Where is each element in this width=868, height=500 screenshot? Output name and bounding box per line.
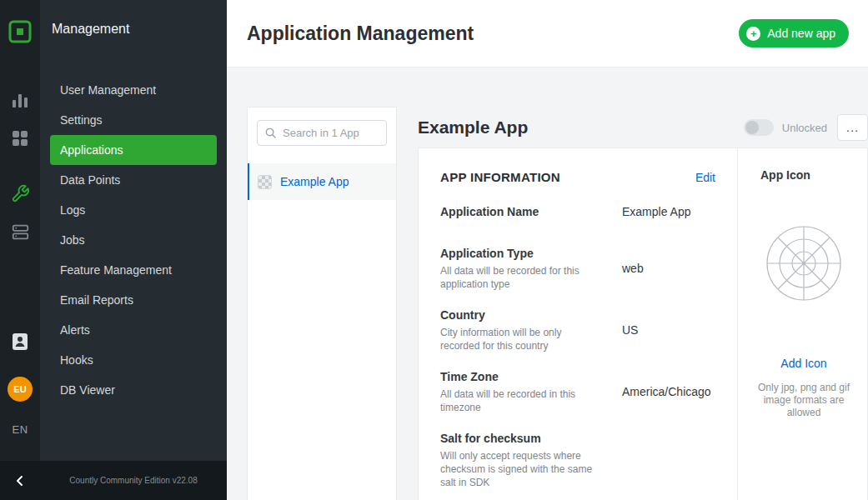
- field-value: web: [622, 262, 644, 275]
- field-value: US: [622, 323, 638, 337]
- app-search: [257, 120, 387, 146]
- chevron-left-icon: [13, 474, 27, 488]
- field-description: City information will be only recorded f…: [440, 326, 599, 352]
- app-list-item[interactable]: Example App: [248, 163, 396, 200]
- app-detail-title: Example App: [418, 118, 528, 138]
- user-avatar[interactable]: EU: [8, 377, 33, 402]
- main-header: Application Management + Add new app: [227, 0, 868, 68]
- field-row-application-type: Application TypeAll data will be recorde…: [440, 246, 715, 291]
- add-new-app-label: Add new app: [767, 27, 835, 40]
- app-list-panel: Example App: [247, 107, 397, 500]
- field-row-country: CountryCity information will be only rec…: [440, 308, 715, 352]
- sidebar-item-settings[interactable]: Settings: [50, 105, 217, 135]
- field-row-time-zone: Time ZoneAll data will be recorded in th…: [440, 369, 715, 414]
- dashboards-nav-icon[interactable]: [0, 130, 40, 147]
- field-description: Will only accept requests where checksum…: [440, 449, 599, 489]
- version-label: Countly Community Edition v22.08: [40, 476, 227, 485]
- icon-format-hint: Only jpg, png and gif image formats are …: [753, 382, 855, 419]
- section-title: APP INFORMATION: [440, 170, 560, 184]
- app-list: Example App: [248, 163, 396, 200]
- globe-wireframe-icon: [765, 225, 842, 302]
- sidebar-item-jobs[interactable]: Jobs: [50, 225, 217, 255]
- grid-icon: [12, 130, 28, 147]
- sidebar-item-logs[interactable]: Logs: [50, 195, 217, 225]
- app-icon-panel: App Icon Add Icon Only jpg, png and gif: [737, 148, 868, 500]
- app-thumbnail-icon: [258, 175, 272, 189]
- lock-state-label: Unlocked: [782, 122, 827, 134]
- field-label: Application Name: [440, 204, 599, 219]
- sidebar-item-feature-management[interactable]: Feature Management: [50, 255, 217, 285]
- plus-icon: +: [746, 27, 760, 41]
- field-row-application-name: Application NameExample App: [440, 204, 715, 219]
- search-icon: [264, 127, 277, 142]
- user-badge-icon: [12, 332, 28, 351]
- sidebar-item-user-management[interactable]: User Management: [50, 75, 217, 105]
- lock-control: Unlocked: [744, 119, 827, 136]
- app-info-card: APP INFORMATION Edit Application NameExa…: [418, 148, 868, 500]
- server-icon: [12, 223, 29, 241]
- countly-logo-icon: [8, 18, 33, 45]
- app-info-fields: Application NameExample AppApplication T…: [440, 204, 715, 489]
- app-info-head: APP INFORMATION Edit: [440, 170, 715, 184]
- field-label: Application Type: [440, 246, 599, 261]
- add-new-app-button[interactable]: + Add new app: [739, 19, 849, 48]
- countly-logo[interactable]: [0, 18, 40, 45]
- app-item-label: Example App: [280, 175, 349, 188]
- sidebar: Management User ManagementSettingsApplic…: [40, 0, 227, 500]
- analytics-nav-icon[interactable]: [0, 92, 40, 110]
- field-value: America/Chicago: [622, 385, 711, 398]
- sidebar-item-email-reports[interactable]: Email Reports: [50, 285, 217, 315]
- sidebar-footer: Countly Community Edition v22.08: [0, 461, 227, 500]
- sidebar-item-data-points[interactable]: Data Points: [50, 165, 217, 195]
- add-icon-link[interactable]: Add Icon: [780, 357, 826, 370]
- lock-toggle-knob: [745, 121, 759, 134]
- field-value: Example App: [622, 205, 691, 218]
- language-selector[interactable]: EN: [0, 423, 40, 436]
- sidebar-title: Management: [40, 0, 227, 37]
- app-detail-header: Example App Unlocked ...: [418, 107, 868, 148]
- icon-rail: EU EN: [0, 0, 40, 500]
- wrench-icon: [11, 184, 30, 203]
- field-description: All data will be recorded in this timezo…: [440, 388, 599, 414]
- lock-toggle[interactable]: [744, 119, 774, 136]
- bar-chart-icon: [11, 92, 29, 110]
- field-row-salt-for-checksum: Salt for checksumWill only accept reques…: [440, 431, 715, 489]
- sidebar-item-alerts[interactable]: Alerts: [50, 315, 217, 345]
- field-label: Salt for checksum: [440, 431, 599, 446]
- sidebar-item-db-viewer[interactable]: DB Viewer: [50, 375, 217, 405]
- field-label: Country: [440, 308, 599, 322]
- sidebar-item-hooks[interactable]: Hooks: [50, 345, 217, 375]
- assistant-nav-icon[interactable]: [0, 332, 40, 351]
- app-icon-placeholder: [765, 225, 842, 305]
- collapse-sidebar-button[interactable]: [0, 474, 40, 488]
- app-detail: Example App Unlocked ... APP INFORMATION…: [418, 107, 868, 500]
- app-info-main: APP INFORMATION Edit Application NameExa…: [419, 148, 737, 500]
- data-manager-nav-icon[interactable]: [0, 223, 40, 241]
- more-options-button[interactable]: ...: [837, 114, 868, 141]
- management-nav-icon[interactable]: [0, 184, 40, 203]
- page-title: Application Management: [247, 22, 474, 45]
- sidebar-menu: User ManagementSettingsApplicationsData …: [40, 75, 227, 405]
- field-description: All data will be recorded for this appli…: [440, 264, 599, 291]
- field-label: Time Zone: [440, 369, 599, 384]
- edit-link[interactable]: Edit: [695, 171, 715, 184]
- app-icon-title: App Icon: [760, 168, 810, 182]
- sidebar-item-applications[interactable]: Applications: [50, 135, 217, 165]
- content-area: Example App Example App Unlocked ... APP…: [227, 68, 868, 500]
